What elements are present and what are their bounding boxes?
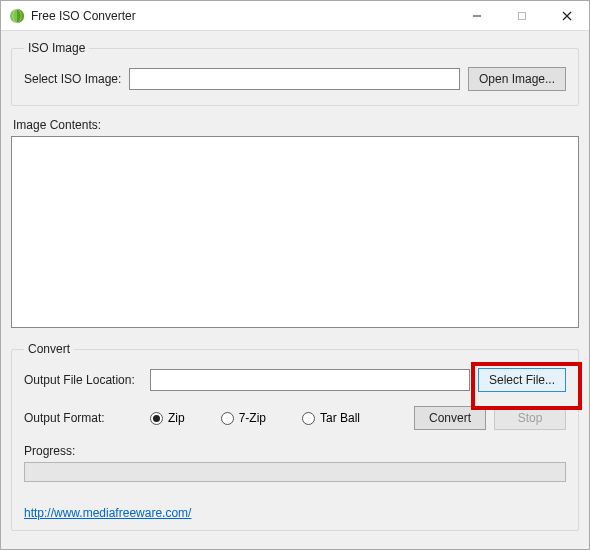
image-contents-section: Image Contents: xyxy=(11,116,579,328)
radio-zip-input[interactable] xyxy=(150,412,163,425)
image-contents-label: Image Contents: xyxy=(13,118,579,132)
iso-image-legend: ISO Image xyxy=(24,41,89,55)
titlebar: Free ISO Converter xyxy=(1,1,589,31)
radio-tarball-label: Tar Ball xyxy=(320,411,360,425)
output-location-label: Output File Location: xyxy=(24,373,142,387)
output-format-label: Output Format: xyxy=(24,411,142,425)
convert-legend: Convert xyxy=(24,342,74,356)
svg-rect-3 xyxy=(518,12,525,19)
open-image-button[interactable]: Open Image... xyxy=(468,67,566,91)
radio-tarball-input[interactable] xyxy=(302,412,315,425)
radio-tarball[interactable]: Tar Ball xyxy=(302,411,360,425)
radio-7zip-input[interactable] xyxy=(221,412,234,425)
stop-button: Stop xyxy=(494,406,566,430)
image-contents-list[interactable] xyxy=(11,136,579,328)
radio-7zip-label: 7-Zip xyxy=(239,411,266,425)
radio-7zip[interactable]: 7-Zip xyxy=(221,411,266,425)
maximize-button xyxy=(499,1,544,30)
convert-button[interactable]: Convert xyxy=(414,406,486,430)
app-icon xyxy=(9,8,25,24)
progress-label: Progress: xyxy=(24,444,566,458)
select-file-button[interactable]: Select File... xyxy=(478,368,566,392)
iso-image-group: ISO Image Select ISO Image: Open Image..… xyxy=(11,41,579,106)
window-title: Free ISO Converter xyxy=(31,9,454,23)
website-link[interactable]: http://www.mediafreeware.com/ xyxy=(24,506,566,520)
close-button[interactable] xyxy=(544,1,589,30)
convert-group: Convert Output File Location: Select Fil… xyxy=(11,342,579,531)
radio-zip[interactable]: Zip xyxy=(150,411,185,425)
iso-path-input[interactable] xyxy=(129,68,460,90)
app-window: Free ISO Converter ISO Image Select ISO … xyxy=(0,0,590,550)
output-location-input[interactable] xyxy=(150,369,470,391)
select-iso-label: Select ISO Image: xyxy=(24,72,121,86)
minimize-button[interactable] xyxy=(454,1,499,30)
progress-bar xyxy=(24,462,566,482)
client-area: ISO Image Select ISO Image: Open Image..… xyxy=(1,31,589,549)
radio-zip-label: Zip xyxy=(168,411,185,425)
